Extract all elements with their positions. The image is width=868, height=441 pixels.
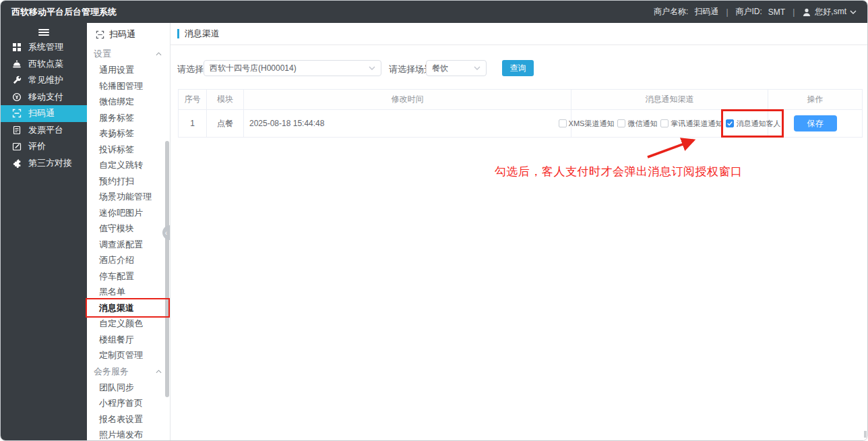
payment-icon xyxy=(12,92,22,102)
subnav-item[interactable]: 报名表设置 xyxy=(87,411,170,428)
table-row: 1 点餐 2025-08-18 15:44:48 XMS渠道通知 xyxy=(179,110,863,138)
search-button[interactable]: 查询 xyxy=(502,60,534,76)
nav-label: 西软点菜 xyxy=(28,58,63,70)
chevron-down-icon xyxy=(850,10,857,14)
subnav-item[interactable]: 迷你吧图片 xyxy=(87,205,170,221)
subnav-item[interactable]: 定制页管理 xyxy=(87,347,170,363)
subnav-scrollbar[interactable] xyxy=(165,141,169,397)
checkbox-xms-channel[interactable]: XMS渠道通知 xyxy=(559,119,615,129)
checkbox-label: 消息通知客人 xyxy=(736,119,780,129)
checkbox-unchecked xyxy=(559,119,567,127)
subnav-item[interactable]: 轮播图管理 xyxy=(87,78,170,94)
separator: | xyxy=(726,7,728,17)
subnav-item[interactable]: 小程序首页 xyxy=(87,395,170,411)
title-accent-bar xyxy=(177,29,179,38)
greeting-text: 您好,smt xyxy=(815,6,846,18)
subnav-header: 扫码通 xyxy=(87,23,170,46)
subnav-item[interactable]: 投诉标签 xyxy=(87,142,170,158)
hotel-select[interactable]: 西软十四号店(H000014) xyxy=(204,60,381,76)
checkbox-zhangxun-channel[interactable]: 掌讯通渠道通知 xyxy=(660,119,722,129)
chevron-down-icon xyxy=(369,66,375,70)
subnav-item[interactable]: 团队同步 xyxy=(87,380,170,396)
puzzle-icon xyxy=(12,158,22,168)
merchant-id-value: SMT xyxy=(768,7,785,17)
subnav-item[interactable]: 调查派配置 xyxy=(87,237,170,253)
subnav-item[interactable]: 停车配置 xyxy=(87,268,170,285)
cell-actions: 保存 xyxy=(768,110,863,138)
subnav-item[interactable]: 黑名单 xyxy=(87,284,170,300)
app-title: 西软移动平台后台管理系统 xyxy=(11,6,117,18)
checkbox-unchecked xyxy=(660,119,669,127)
col-header-module: 模块 xyxy=(207,90,244,110)
subnav-item[interactable]: 酒店介绍 xyxy=(87,252,170,268)
nav-label: 系统管理 xyxy=(28,41,63,53)
cell-index: 1 xyxy=(179,110,207,138)
main-sidebar: 系统管理 西软点菜 常见维护 移动支付 扫码通 发票平台 评价 第三方对接 xyxy=(1,23,87,440)
topbar: 西软移动平台后台管理系统 商户名称: 扫码通 | 商户ID: SMT | 您好,… xyxy=(1,1,867,23)
checkbox-label: XMS渠道通知 xyxy=(569,119,615,129)
main-nav-ordering[interactable]: 西软点菜 xyxy=(1,56,87,73)
subnav-item[interactable]: 预约打扫 xyxy=(87,173,170,189)
nav-label: 扫码通 xyxy=(28,107,55,119)
main-content: 消息渠道 请选择酒店 西软十四号店(H000014) 请选择场景 餐饮 查询 序… xyxy=(170,23,867,440)
app-window: 西软移动平台后台管理系统 商户名称: 扫码通 | 商户ID: SMT | 您好,… xyxy=(0,0,868,441)
main-nav-system[interactable]: 系统管理 xyxy=(1,39,87,56)
main-nav-invoice[interactable]: 发票平台 xyxy=(1,122,87,139)
subnav-item[interactable]: 服务标签 xyxy=(87,110,170,126)
col-header-index: 序号 xyxy=(179,90,207,110)
channels-table: 序号 模块 修改时间 消息通知渠道 操作 1 点餐 2025-08-18 15:… xyxy=(178,89,861,138)
subnav-item-message-channel[interactable]: 消息渠道 xyxy=(87,300,170,316)
subnav-item[interactable]: 照片墙发布 xyxy=(87,427,170,441)
section-label: 会务服务 xyxy=(94,365,129,378)
main-nav-scan-pass[interactable]: 扫码通 xyxy=(1,105,87,122)
subnav-header-label: 扫码通 xyxy=(109,28,135,40)
checkbox-unchecked xyxy=(617,119,625,127)
subnav-item[interactable]: 通用设置 xyxy=(87,62,170,78)
subnav-section-settings[interactable]: 设置 xyxy=(87,46,170,62)
subnav-item[interactable]: 场景功能管理 xyxy=(87,189,170,205)
merchant-name-label: 商户名称: xyxy=(654,6,688,18)
topbar-user-area: 商户名称: 扫码通 | 商户ID: SMT | 您好,smt xyxy=(654,6,857,18)
nav-label: 第三方对接 xyxy=(28,157,72,169)
subnav-section-conference[interactable]: 会务服务 xyxy=(87,363,170,380)
subnav-item[interactable]: 微信绑定 xyxy=(87,94,170,110)
subnav-item[interactable]: 自定义颜色 xyxy=(87,316,170,332)
scan-icon xyxy=(12,109,22,118)
main-nav-third-party[interactable]: 第三方对接 xyxy=(1,155,87,172)
check-icon xyxy=(726,120,733,127)
checkbox-notify-guest[interactable]: 消息通知客人 xyxy=(726,119,780,129)
main-nav-mobile-pay[interactable]: 移动支付 xyxy=(1,89,87,106)
user-menu[interactable]: 您好,smt xyxy=(802,6,857,18)
user-icon xyxy=(802,7,811,17)
dish-icon xyxy=(12,59,22,69)
subnav-item-label: 消息渠道 xyxy=(99,303,134,313)
chevron-up-icon xyxy=(156,52,162,56)
wrench-icon xyxy=(12,76,22,85)
hamburger-icon[interactable] xyxy=(1,23,87,39)
subnav-item[interactable]: 表扬标签 xyxy=(87,125,170,142)
checkbox-wechat-notify[interactable]: 微信通知 xyxy=(617,119,657,129)
nav-label: 移动支付 xyxy=(28,91,63,103)
subnav-item[interactable]: 楼组餐厅 xyxy=(87,332,170,348)
scan-icon xyxy=(96,30,104,39)
scrollbar-artifact xyxy=(864,431,867,438)
invoice-icon xyxy=(12,125,22,135)
chevron-up-icon xyxy=(156,370,162,374)
subnav-item[interactable]: 值守模块 xyxy=(87,220,170,237)
save-button[interactable]: 保存 xyxy=(794,115,837,131)
cell-module: 点餐 xyxy=(207,110,244,138)
cell-channels: XMS渠道通知 微信通知 掌讯通渠道通知 xyxy=(571,110,768,138)
checkbox-label: 掌讯通渠道通知 xyxy=(671,119,722,129)
chevron-down-icon xyxy=(474,66,480,70)
table-header-row: 序号 模块 修改时间 消息通知渠道 操作 xyxy=(179,90,863,110)
sub-sidebar: 扫码通 设置 通用设置 轮播图管理 微信绑定 服务标签 表扬标签 投诉标签 自定… xyxy=(87,23,170,440)
grid-icon xyxy=(12,42,22,52)
review-icon xyxy=(12,142,22,151)
checkbox-checked xyxy=(726,119,734,127)
main-nav-review[interactable]: 评价 xyxy=(1,138,87,155)
main-nav-maintenance[interactable]: 常见维护 xyxy=(1,72,87,89)
subnav-item[interactable]: 自定义跳转 xyxy=(87,157,170,173)
checkbox-label: 微信通知 xyxy=(627,119,657,129)
separator: | xyxy=(793,7,795,17)
scene-select[interactable]: 餐饮 xyxy=(426,60,487,76)
